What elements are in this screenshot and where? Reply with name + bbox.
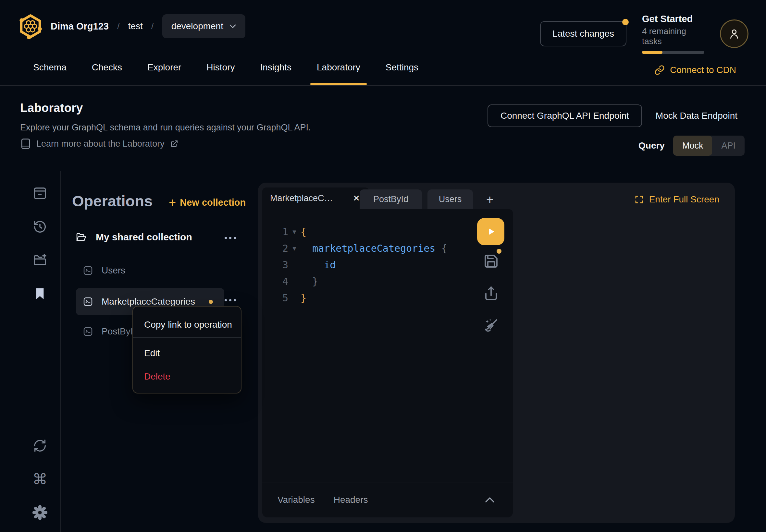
- query-code[interactable]: 1▼{ 2▼ marketplaceCategories { 3 id 4 } …: [262, 224, 513, 306]
- external-link-icon: [170, 140, 178, 148]
- save-operation-button[interactable]: [483, 253, 499, 269]
- laboratory-page: Dima Org123 / test / development Latest …: [0, 0, 766, 532]
- operation-context-menu: Copy link to operation Edit Delete: [132, 306, 241, 393]
- variables-tab[interactable]: Variables: [277, 495, 315, 505]
- get-started-progressbar: [642, 51, 704, 54]
- enter-fullscreen-label: Enter Full Screen: [649, 194, 719, 205]
- code-line: 5}: [262, 290, 513, 306]
- context-edit-item[interactable]: Edit: [144, 348, 160, 358]
- share-operation-button[interactable]: [483, 286, 499, 301]
- get-started-widget[interactable]: Get Started 4 remaining tasks: [642, 14, 704, 54]
- code-line: 4 }: [262, 273, 513, 290]
- editor-tab-postbyid[interactable]: PostById: [359, 189, 422, 209]
- operation-label: MarketplaceCategories: [102, 296, 195, 307]
- operation-item-users[interactable]: Users: [83, 265, 125, 276]
- operation-item-postbyid[interactable]: PostById: [83, 326, 138, 337]
- play-icon: [485, 225, 497, 238]
- history-icon[interactable]: [32, 219, 48, 235]
- mock-data-endpoint-link[interactable]: Mock Data Endpoint: [656, 111, 737, 121]
- expand-icon: [634, 195, 644, 204]
- context-menu-divider: [133, 337, 241, 338]
- context-delete-item[interactable]: Delete: [144, 371, 170, 382]
- org-name[interactable]: Dima Org123: [51, 21, 109, 32]
- laboratory-editor-panel: MarketplaceC… ✕ PostById Users + Enter F…: [258, 183, 735, 523]
- latest-changes-button[interactable]: Latest changes: [540, 21, 626, 46]
- new-folder-icon[interactable]: [32, 252, 48, 268]
- collections-box-icon[interactable]: [32, 185, 48, 201]
- editor-tab-marketplacecategories[interactable]: MarketplaceC… ✕: [262, 187, 369, 209]
- get-started-progress-fill: [642, 51, 663, 54]
- headers-tab[interactable]: Headers: [334, 495, 368, 505]
- environment-selector[interactable]: development: [162, 14, 245, 38]
- mode-mock-option[interactable]: Mock: [673, 136, 712, 156]
- project-name[interactable]: test: [128, 21, 143, 31]
- folder-open-icon: [76, 232, 87, 242]
- enter-fullscreen-button[interactable]: Enter Full Screen: [634, 194, 719, 205]
- user-icon: [728, 27, 741, 40]
- endpoint-actions: Connect GraphQL API Endpoint Mock Data E…: [488, 104, 737, 127]
- header-breadcrumb: Dima Org123 / test / development: [19, 14, 245, 39]
- page-title: Laboratory: [20, 101, 83, 115]
- operation-icon: [83, 326, 93, 337]
- tab-laboratory[interactable]: Laboratory: [315, 62, 362, 85]
- tab-history[interactable]: History: [204, 62, 237, 85]
- book-icon: [21, 138, 30, 149]
- fold-arrow-icon[interactable]: ▼: [288, 224, 300, 240]
- unsaved-changes-dot: [209, 300, 213, 304]
- operations-title: Operations: [72, 192, 152, 210]
- latest-changes-label: Latest changes: [553, 29, 614, 39]
- tab-insights[interactable]: Insights: [258, 62, 293, 85]
- sidebar-divider: [60, 171, 61, 532]
- connect-cdn-label: Connect to CDN: [670, 65, 736, 75]
- add-tab-button[interactable]: +: [481, 191, 498, 208]
- context-copy-link-item[interactable]: Copy link to operation: [144, 320, 232, 330]
- command-icon[interactable]: ⌘: [32, 471, 48, 487]
- get-started-subtitle: 4 remaining tasks: [642, 26, 704, 46]
- prettify-query-button[interactable]: [483, 318, 499, 333]
- bookmark-icon[interactable]: [32, 286, 48, 301]
- mode-api-option[interactable]: API: [712, 136, 745, 156]
- operation-menu-button[interactable]: [222, 296, 238, 304]
- header-actions: Latest changes Get Started 4 remaining t…: [540, 14, 748, 54]
- connect-cdn-link[interactable]: Connect to CDN: [654, 65, 736, 75]
- query-mode-row: Query Mock API: [638, 136, 745, 156]
- editor-footer: Variables Headers: [262, 482, 513, 517]
- breadcrumb-separator: /: [117, 21, 120, 31]
- sync-icon[interactable]: [32, 438, 48, 453]
- collection-menu-button[interactable]: [222, 234, 238, 242]
- user-avatar[interactable]: [720, 19, 748, 48]
- environment-selector-value: development: [171, 21, 223, 31]
- page-subtitle: Explore your GraphQL schema and run quer…: [20, 123, 310, 133]
- chevron-down-icon: [229, 24, 236, 29]
- plus-icon: +: [169, 197, 176, 208]
- query-mode-toggle: Mock API: [673, 136, 745, 156]
- collection-name: My shared collection: [96, 232, 192, 243]
- connect-graphql-endpoint-button[interactable]: Connect GraphQL API Endpoint: [488, 104, 642, 127]
- query-editor[interactable]: 1▼{ 2▼ marketplaceCategories { 3 id 4 } …: [262, 209, 513, 517]
- operation-icon: [83, 265, 93, 276]
- settings-gear-icon[interactable]: [32, 505, 48, 520]
- new-collection-button[interactable]: + New collection: [169, 197, 246, 208]
- tab-explorer[interactable]: Explorer: [145, 62, 183, 85]
- connect-graphql-endpoint-label: Connect GraphQL API Endpoint: [501, 111, 629, 121]
- collection-header[interactable]: My shared collection: [76, 232, 192, 243]
- run-query-button[interactable]: [477, 218, 505, 245]
- tab-checks[interactable]: Checks: [90, 62, 124, 85]
- learn-more-label: Learn more about the Laboratory: [36, 139, 164, 149]
- code-line: 1▼{: [262, 224, 513, 240]
- unsaved-changes-dot: [497, 249, 502, 254]
- tab-settings[interactable]: Settings: [384, 62, 420, 85]
- collapse-panel-icon[interactable]: [485, 496, 495, 503]
- link-icon: [654, 65, 665, 75]
- get-started-title: Get Started: [642, 14, 704, 24]
- main-nav: Schema Checks Explorer History Insights …: [31, 62, 420, 85]
- nav-divider: [0, 85, 766, 86]
- learn-more-link[interactable]: Learn more about the Laboratory: [21, 138, 178, 149]
- new-collection-label: New collection: [180, 197, 246, 208]
- tab-schema[interactable]: Schema: [31, 62, 68, 85]
- editor-tab-users[interactable]: Users: [428, 189, 473, 209]
- operation-label: Users: [102, 265, 125, 276]
- operation-icon: [83, 296, 93, 307]
- hive-logo-icon[interactable]: [19, 14, 42, 39]
- fold-arrow-icon[interactable]: ▼: [288, 240, 300, 257]
